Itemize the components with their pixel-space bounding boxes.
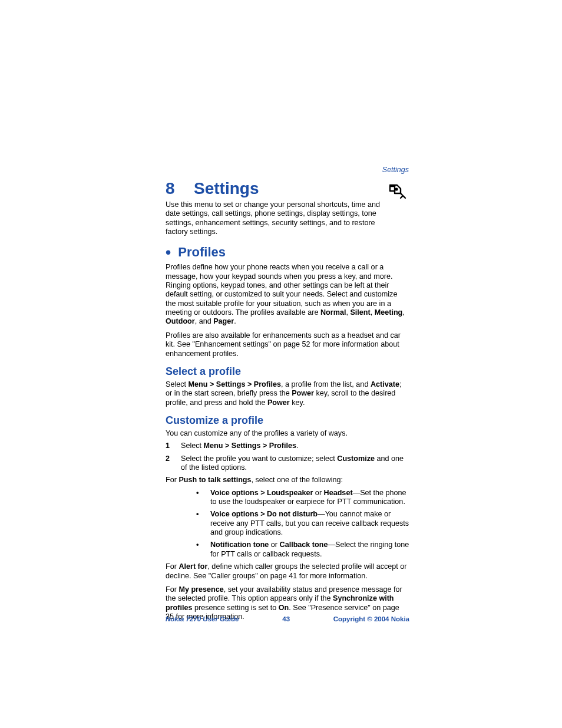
chapter-number: 8	[166, 179, 194, 198]
footer-guide-name: Nokia 7270 User Guide	[166, 615, 239, 622]
customize-steps: 1 Select Menu > Settings > Profiles. 2 S…	[166, 442, 409, 472]
alert-for-paragraph: For Alert for, define which caller group…	[166, 562, 409, 581]
chapter-name: Settings	[194, 179, 259, 197]
profiles-paragraph-2: Profiles are also available for enhancem…	[166, 331, 409, 358]
step-2: 2 Select the profile you want to customi…	[166, 454, 409, 473]
ptt-option-loudspeaker: Voice options > Loudspeaker or Headset—S…	[196, 489, 409, 507]
document-page: Settings 8Settings Use this menu to set …	[0, 0, 562, 728]
svg-point-0	[396, 189, 398, 190]
subheading-customize-profile: Customize a profile	[166, 414, 409, 427]
footer-page-number: 43	[282, 615, 290, 622]
profiles-paragraph-1: Profiles define how your phone reacts wh…	[166, 263, 409, 327]
footer-copyright: Copyright © 2004 Nokia	[333, 615, 409, 622]
intro-paragraph: Use this menu to set or change your pers…	[166, 200, 384, 236]
section-heading-profiles: • Profiles	[166, 245, 409, 261]
running-head: Settings	[382, 166, 409, 174]
chapter-title: 8Settings	[166, 179, 259, 198]
settings-icon	[386, 183, 406, 203]
customize-intro: You can customize any of the profiles a …	[166, 429, 409, 438]
select-profile-paragraph: Select Menu > Settings > Profiles, a pro…	[166, 380, 409, 407]
subheading-select-profile: Select a profile	[166, 365, 409, 378]
content-body: Use this menu to set or change your pers…	[166, 200, 409, 626]
ptt-options: Voice options > Loudspeaker or Headset—S…	[196, 489, 409, 559]
ptt-intro: For Push to talk settings, select one of…	[166, 476, 409, 485]
ptt-option-dnd: Voice options > Do not disturb—You canno…	[196, 510, 409, 537]
step-1: 1 Select Menu > Settings > Profiles.	[166, 442, 409, 450]
page-footer: Nokia 7270 User Guide 43 Copyright © 200…	[166, 615, 409, 622]
ptt-option-tone: Notification tone or Callback tone—Selec…	[196, 541, 409, 559]
